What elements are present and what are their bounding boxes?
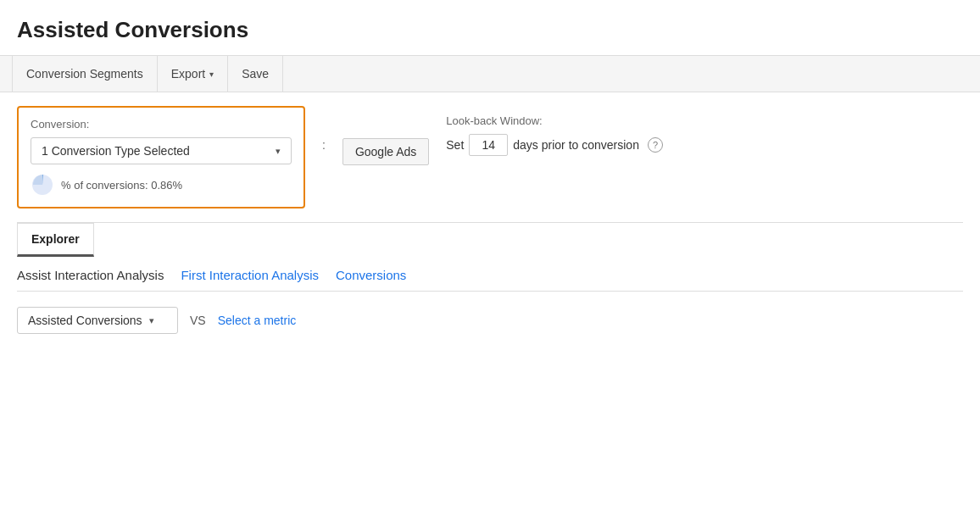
filter-colon: : xyxy=(322,138,326,152)
analysis-link-first[interactable]: First Interaction Analysis xyxy=(181,268,336,282)
vs-text: VS xyxy=(190,314,206,327)
conversion-dropdown-arrow-icon: ▾ xyxy=(276,146,281,157)
lookback-section: Look-back Window: Set days prior to conv… xyxy=(446,114,663,156)
metric-dropdown[interactable]: Assisted Conversions ▾ xyxy=(17,307,178,334)
tab-explorer[interactable]: Explorer xyxy=(17,223,94,257)
main-content: Conversion: 1 Conversion Type Selected ▾… xyxy=(0,92,980,334)
metric-dropdown-arrow-icon: ▾ xyxy=(149,315,154,326)
percent-text: % of conversions: 0.86% xyxy=(61,179,182,192)
analysis-nav: Assist Interaction Analysis First Intera… xyxy=(17,256,963,292)
lookback-set-text: Set xyxy=(446,138,464,152)
lookback-label: Look-back Window: xyxy=(446,114,663,127)
save-button[interactable]: Save xyxy=(228,55,283,92)
conversion-segments-button[interactable]: Conversion Segments xyxy=(12,55,158,92)
toolbar: Conversion Segments Export ▾ Save xyxy=(0,55,980,92)
export-button[interactable]: Export ▾ xyxy=(158,55,228,92)
help-icon[interactable]: ? xyxy=(648,137,663,153)
export-chevron-icon: ▾ xyxy=(209,69,214,79)
lookback-row: Set days prior to conversion ? xyxy=(446,134,663,156)
analysis-link-conversions[interactable]: Conversions xyxy=(336,268,423,282)
tabs-section: Explorer xyxy=(17,222,963,256)
select-metric-link[interactable]: Select a metric xyxy=(218,314,297,327)
middle-filter: : xyxy=(322,106,326,152)
google-ads-button[interactable]: Google Ads xyxy=(342,138,429,165)
analysis-link-assist[interactable]: Assist Interaction Analysis xyxy=(17,268,181,282)
conversion-percent-row: % of conversions: 0.86% xyxy=(31,173,292,197)
metric-label: Assisted Conversions xyxy=(28,314,142,327)
conversion-type-value: 1 Conversion Type Selected xyxy=(42,144,190,158)
conversion-type-dropdown[interactable]: 1 Conversion Type Selected ▾ xyxy=(31,137,292,164)
lookback-days-text: days prior to conversion xyxy=(513,138,639,152)
page-title: Assisted Conversions xyxy=(0,0,980,55)
lookback-days-input[interactable] xyxy=(469,134,508,156)
pie-chart-icon xyxy=(31,173,54,197)
filter-row: Conversion: 1 Conversion Type Selected ▾… xyxy=(17,106,963,208)
conversion-box: Conversion: 1 Conversion Type Selected ▾… xyxy=(17,106,305,208)
tab-list: Explorer xyxy=(17,223,963,256)
conversion-label: Conversion: xyxy=(31,118,292,131)
metric-row: Assisted Conversions ▾ VS Select a metri… xyxy=(17,292,963,334)
